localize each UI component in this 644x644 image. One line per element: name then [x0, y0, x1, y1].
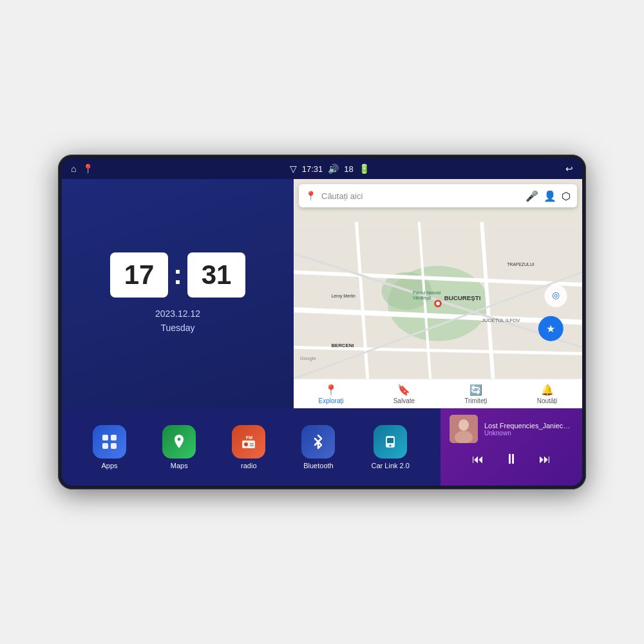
- account-icon[interactable]: 👤: [544, 190, 556, 202]
- bluetooth-icon: [301, 425, 335, 459]
- play-pause-button[interactable]: ⏸: [500, 450, 522, 469]
- send-icon: 🔄: [469, 384, 482, 396]
- music-controls: ⏮ ⏸ ⏭: [450, 450, 573, 469]
- radio-icon: FM: [232, 425, 265, 459]
- clock-display: 17 : 31: [110, 252, 245, 298]
- carlink-icon: [374, 425, 407, 459]
- map-nav-saved-label: Salvate: [393, 397, 415, 404]
- app-item-maps[interactable]: Maps: [162, 425, 196, 469]
- svg-point-36: [390, 444, 392, 446]
- bottom-section: Apps Maps: [62, 408, 582, 486]
- svg-rect-30: [244, 442, 248, 446]
- music-thumbnail: [450, 415, 478, 443]
- maps-status-icon[interactable]: 📍: [82, 164, 93, 174]
- svg-rect-28: [111, 443, 117, 449]
- saved-icon: 🔖: [397, 384, 410, 396]
- map-nav-explore[interactable]: 📍 Explorați: [319, 384, 344, 404]
- music-player: Lost Frequencies_Janieck Devy-... Unknow…: [440, 408, 582, 486]
- volume-level: 18: [344, 164, 353, 174]
- mic-icon[interactable]: 🎤: [526, 190, 538, 202]
- map-search-icons: 🎤 👤 ⬡: [526, 190, 571, 202]
- radio-label: radio: [241, 462, 256, 469]
- status-bar: ⌂ 📍 ▽ 17:31 🔊 18 🔋 ↩: [62, 158, 582, 179]
- device: ⌂ 📍 ▽ 17:31 🔊 18 🔋 ↩ 17: [58, 155, 586, 489]
- screen: ⌂ 📍 ▽ 17:31 🔊 18 🔋 ↩ 17: [62, 158, 582, 486]
- home-icon[interactable]: ⌂: [71, 164, 76, 174]
- clock-date: 2023.12.12 Tuesday: [155, 307, 200, 336]
- app-item-apps[interactable]: Apps: [93, 425, 126, 469]
- svg-point-19: [436, 301, 440, 305]
- app-item-carlink[interactable]: Car Link 2.0: [372, 425, 410, 469]
- svg-rect-35: [387, 438, 393, 443]
- map-nav-send-label: Trimiteți: [464, 397, 487, 404]
- explore-icon: 📍: [325, 384, 337, 396]
- layers-icon[interactable]: ⬡: [562, 190, 571, 202]
- news-icon: 🔔: [541, 384, 554, 396]
- music-artist: Unknown: [484, 430, 573, 437]
- svg-rect-26: [111, 435, 117, 440]
- clock-widget: 17 : 31 2023.12.12 Tuesday: [62, 179, 294, 408]
- status-right-icons: ↩: [565, 164, 573, 174]
- map-widget[interactable]: 📍 Căutați aici 🎤 👤 ⬡: [294, 179, 582, 408]
- music-title: Lost Frequencies_Janieck Devy-...: [484, 422, 573, 430]
- svg-text:BERCENI: BERCENI: [331, 343, 354, 348]
- svg-text:Google: Google: [300, 355, 316, 361]
- svg-rect-27: [102, 443, 108, 449]
- status-left-icons: ⌂ 📍: [71, 164, 93, 174]
- clock-hours: 17: [110, 252, 168, 298]
- svg-text:JUDEȚUL ILFOV: JUDEȚUL ILFOV: [482, 317, 520, 323]
- map-nav-news[interactable]: 🔔 Noutăți: [537, 384, 558, 404]
- svg-text:TRAPEZULUI: TRAPEZULUI: [507, 262, 534, 267]
- svg-point-38: [459, 419, 469, 431]
- svg-text:Văcărești: Văcărești: [413, 296, 431, 301]
- prev-button[interactable]: ⏮: [468, 451, 488, 468]
- carlink-label: Car Link 2.0: [372, 462, 410, 469]
- battery-icon: 🔋: [359, 164, 370, 174]
- clock-date-value: 2023.12.12: [155, 307, 200, 321]
- map-nav-news-label: Noutăți: [537, 397, 558, 404]
- apps-section: Apps Maps: [62, 408, 440, 486]
- svg-text:BUCUREȘTI: BUCUREȘTI: [444, 294, 481, 301]
- bluetooth-label: Bluetooth: [303, 462, 333, 469]
- clock-minutes: 31: [187, 252, 245, 298]
- map-nav-explore-label: Explorați: [319, 397, 344, 404]
- status-center: ▽ 17:31 🔊 18 🔋: [290, 164, 370, 174]
- back-icon[interactable]: ↩: [565, 164, 573, 174]
- main-content: 17 : 31 2023.12.12 Tuesday 📍: [62, 179, 582, 486]
- app-item-radio[interactable]: FM radio: [232, 425, 265, 469]
- map-nav-saved[interactable]: 🔖 Salvate: [393, 384, 415, 404]
- music-info: Lost Frequencies_Janieck Devy-... Unknow…: [450, 415, 573, 443]
- svg-text:Parcul Natural: Parcul Natural: [413, 290, 441, 295]
- volume-icon: 🔊: [328, 164, 339, 174]
- clock-day: Tuesday: [155, 321, 200, 335]
- svg-text:Leroy Merlin: Leroy Merlin: [331, 294, 355, 299]
- svg-rect-25: [102, 435, 108, 440]
- map-pin-icon: 📍: [305, 191, 316, 201]
- clock-colon: :: [173, 260, 182, 290]
- maps-label: Maps: [171, 462, 188, 469]
- status-time: 17:31: [302, 164, 323, 174]
- apps-icon: [93, 425, 126, 459]
- map-nav-send[interactable]: 🔄 Trimiteți: [464, 384, 487, 404]
- map-search-input[interactable]: Căutați aici: [321, 191, 520, 201]
- map-background: 📍 Căutați aici 🎤 👤 ⬡: [294, 179, 582, 408]
- app-item-bluetooth[interactable]: Bluetooth: [301, 425, 335, 469]
- music-details: Lost Frequencies_Janieck Devy-... Unknow…: [484, 422, 573, 437]
- next-button[interactable]: ⏭: [535, 451, 554, 468]
- signal-icon: ▽: [290, 164, 297, 174]
- svg-text:FM: FM: [246, 435, 252, 440]
- apps-label: Apps: [102, 462, 118, 469]
- maps-icon: [162, 425, 196, 459]
- map-bottom-bar: 📍 Explorați 🔖 Salvate 🔄 Trimiteți: [294, 379, 582, 408]
- top-section: 17 : 31 2023.12.12 Tuesday 📍: [62, 179, 582, 408]
- map-search-bar[interactable]: 📍 Căutați aici 🎤 👤 ⬡: [299, 184, 577, 207]
- svg-text:◎: ◎: [552, 290, 560, 300]
- svg-text:★: ★: [546, 323, 555, 334]
